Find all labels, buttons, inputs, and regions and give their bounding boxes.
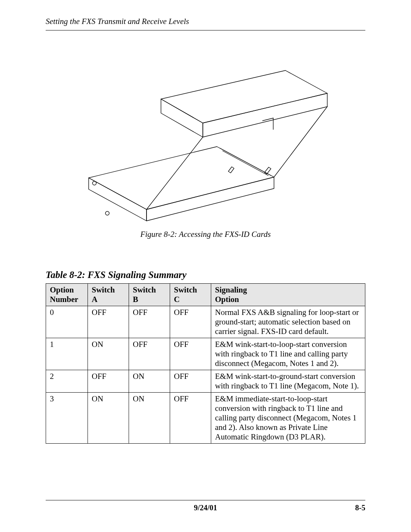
hdr-swb-l1: Switch (133, 285, 156, 294)
table-row: 0 OFF OFF OFF Normal FXS A&B signaling f… (46, 306, 365, 338)
table-row: 3 ON ON OFF E&M immediate-start-to-loop-… (46, 393, 365, 444)
table-8-2-title: Table 8-2: FXS Signaling Summary (46, 270, 365, 280)
table-row: 1 ON OFF OFF E&M wink-start-to-loop-star… (46, 338, 365, 370)
cell-switch-a: OFF (88, 370, 129, 393)
col-option-number: Option Number (46, 284, 88, 306)
col-switch-c: Switch C (170, 284, 211, 306)
svg-marker-7 (89, 178, 147, 221)
svg-marker-0 (161, 70, 327, 123)
svg-point-9 (105, 211, 109, 215)
cell-signaling: E&M immediate-start-to-loop-start conver… (211, 393, 365, 444)
header-rule (46, 30, 365, 30)
cell-option-number: 0 (46, 306, 88, 338)
hdr-swa-l2: A (92, 295, 97, 304)
svg-line-13 (274, 107, 327, 177)
hdr-swc-l1: Switch (174, 285, 197, 294)
running-header: Setting the FXS Transmit and Receive Lev… (46, 17, 365, 30)
hdr-sig-l2: Option (215, 295, 239, 304)
svg-marker-1 (203, 93, 327, 137)
fxs-signaling-table: Option Number Switch A Switch B Switch C… (46, 283, 365, 444)
cell-switch-b: ON (129, 370, 170, 393)
hdr-swb-l2: B (133, 295, 138, 304)
col-signaling-option: Signaling Option (211, 284, 365, 306)
document-page: Setting the FXS Transmit and Receive Lev… (0, 0, 411, 532)
figure-8-2: Figure 8-2: Accessing the FXS-ID Cards (46, 63, 365, 239)
cell-switch-a: ON (88, 338, 129, 370)
svg-point-8 (92, 181, 96, 185)
cell-option-number: 1 (46, 338, 88, 370)
hdr-sig-l1: Signaling (215, 285, 247, 294)
figure-caption: Figure 8-2: Accessing the FXS-ID Cards (46, 230, 365, 239)
cell-switch-b: OFF (129, 338, 170, 370)
footer-date: 9/24/01 (194, 503, 217, 512)
footer-page-number: 8-5 (355, 503, 365, 512)
col-switch-b: Switch B (129, 284, 170, 306)
cell-switch-a: OFF (88, 306, 129, 338)
cell-option-number: 3 (46, 393, 88, 444)
svg-marker-5 (89, 147, 274, 209)
cell-switch-a: ON (88, 393, 129, 444)
running-head-title: Setting the FXS Transmit and Receive Lev… (46, 17, 365, 26)
col-switch-a: Switch A (88, 284, 129, 306)
cell-signaling: Normal FXS A&B signaling for loop-start … (211, 306, 365, 338)
svg-line-10 (220, 148, 271, 176)
hdr-swc-l2: C (174, 295, 180, 304)
cell-switch-b: ON (129, 393, 170, 444)
table-header-row: Option Number Switch A Switch B Switch C… (46, 284, 365, 306)
svg-marker-6 (147, 177, 274, 221)
svg-line-12 (147, 137, 203, 209)
fxs-id-cards-illustration (72, 63, 339, 223)
page-footer: 9/24/01 8-5 (46, 497, 365, 512)
table-row: 2 OFF ON OFF E&M wink-start-to-ground-st… (46, 370, 365, 393)
cell-signaling: E&M wink-start-to-ground-start conversio… (211, 370, 365, 393)
cell-switch-c: OFF (170, 370, 211, 393)
cell-switch-c: OFF (170, 338, 211, 370)
cell-switch-c: OFF (170, 393, 211, 444)
hdr-swa-l1: Switch (92, 285, 115, 294)
svg-marker-2 (161, 99, 203, 137)
cell-switch-b: OFF (129, 306, 170, 338)
footer-rule (46, 500, 365, 500)
cell-option-number: 2 (46, 370, 88, 393)
cell-switch-c: OFF (170, 306, 211, 338)
hdr-option-l1: Option (50, 285, 74, 294)
hdr-option-l2: Number (50, 295, 78, 304)
cell-signaling: E&M wink-start-to-loop-start conversion … (211, 338, 365, 370)
